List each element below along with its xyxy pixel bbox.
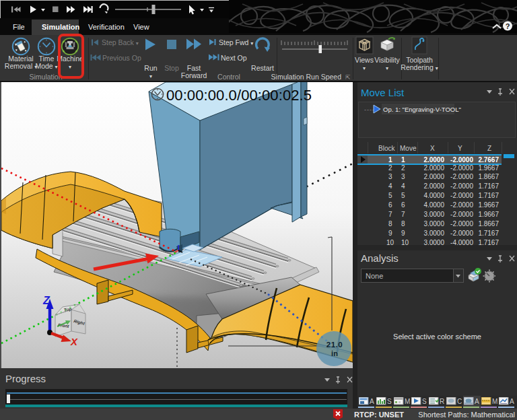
svg-text:Z: Z <box>42 295 50 306</box>
svg-text:X: X <box>70 336 78 347</box>
svg-text:in: in <box>331 349 338 357</box>
svg-text:?: ? <box>506 22 510 30</box>
svg-text:00:00:00.0/00:00:02.5: 00:00:00.0/00:00:02.5 <box>166 87 312 104</box>
svg-text:21.0: 21.0 <box>326 341 343 349</box>
